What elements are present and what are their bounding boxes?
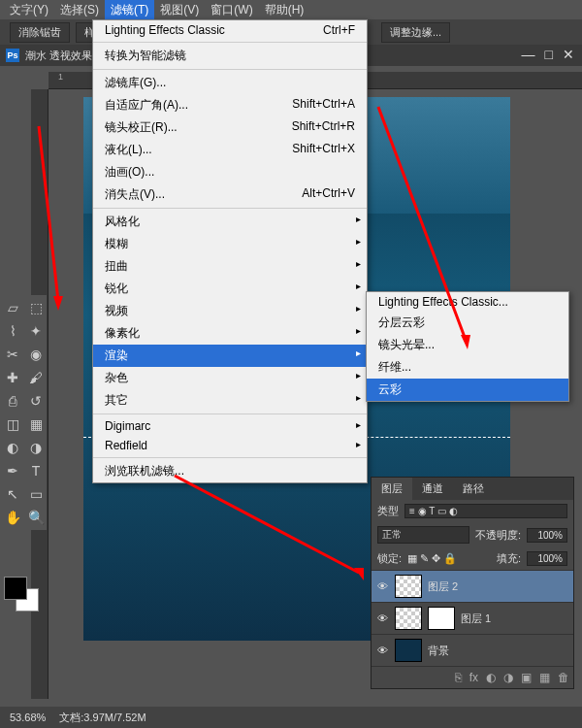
menu-select[interactable]: 选择(S) [54, 0, 105, 20]
adjustment-icon[interactable]: ◑ [503, 671, 513, 684]
fx-icon[interactable]: fx [469, 671, 478, 684]
close-button[interactable]: ✕ [563, 47, 574, 62]
render-submenu: Lighting Effects Classic...分层云彩镜头光晕...纤维… [366, 291, 569, 402]
layer-thumb[interactable] [395, 639, 422, 662]
layer-filter-select[interactable]: ≡ ◉ T ▭ ◐ [404, 504, 567, 518]
menu-item[interactable]: 浏览联机滤镜... [93, 460, 367, 482]
filter-menu-dropdown: Lighting Effects ClassicCtrl+F转换为智能滤镜滤镜库… [92, 19, 368, 483]
menu-item[interactable]: 转换为智能滤镜 [93, 45, 367, 67]
stamp-tool-icon[interactable]: ⎙ [2, 390, 23, 412]
lock-icons[interactable]: ▦ ✎ ✥ 🔒 [407, 552, 491, 565]
menu-item[interactable]: 滤镜库(G)... [93, 72, 367, 94]
healing-tool-icon[interactable]: ✚ [2, 367, 23, 388]
mask-thumb[interactable] [428, 607, 455, 630]
antialias-button[interactable]: 消除锯齿 [10, 22, 70, 43]
menu-item[interactable]: 扭曲 [93, 255, 367, 278]
type-tool-icon[interactable]: T [25, 460, 47, 481]
path-select-icon[interactable]: ↖ [2, 483, 23, 505]
crop-tool-icon[interactable]: ✂ [2, 344, 23, 365]
visibility-icon[interactable]: 👁 [375, 612, 389, 624]
ps-icon: Ps [6, 49, 19, 62]
marquee-tool-icon[interactable]: ⬚ [25, 297, 47, 318]
minimize-button[interactable]: — [522, 47, 535, 62]
svg-marker-1 [53, 296, 63, 311]
visibility-icon[interactable]: 👁 [375, 580, 389, 592]
group-icon[interactable]: ▣ [521, 671, 532, 684]
menu-view[interactable]: 视图(V) [154, 0, 205, 20]
layer-thumb[interactable] [395, 575, 422, 598]
new-layer-icon[interactable]: ▦ [539, 671, 550, 684]
menu-item[interactable]: Digimarc [93, 416, 367, 436]
layer-kind-label: 类型 [377, 504, 399, 518]
gradient-tool-icon[interactable]: ▦ [25, 414, 47, 435]
opacity-value[interactable]: 100% [527, 528, 567, 543]
brush-tool-icon[interactable]: 🖌 [25, 367, 47, 388]
blur-tool-icon[interactable]: ◐ [2, 437, 23, 458]
tab-channels[interactable]: 通道 [412, 478, 453, 500]
layer-row[interactable]: 👁图层 2 [372, 570, 573, 602]
menu-item[interactable]: 油画(O)... [93, 161, 367, 183]
lasso-tool-icon[interactable]: ⌇ [2, 320, 23, 342]
doc-size: 文档:3.97M/7.52M [59, 711, 146, 725]
tab-layers[interactable]: 图层 [372, 478, 412, 500]
menu-text[interactable]: 文字(Y) [4, 0, 54, 20]
tab-paths[interactable]: 路径 [453, 478, 494, 500]
fill-value[interactable]: 100% [527, 551, 567, 566]
menu-help[interactable]: 帮助(H) [259, 0, 310, 20]
menu-item[interactable]: 液化(L)...Shift+Ctrl+X [93, 139, 367, 161]
submenu-item[interactable]: 镜头光晕... [367, 334, 568, 356]
menu-item[interactable]: 像素化 [93, 322, 367, 345]
submenu-item[interactable]: 分层云彩 [367, 312, 568, 334]
menu-item[interactable]: Redfield [93, 436, 367, 455]
submenu-item[interactable]: Lighting Effects Classic... [367, 292, 568, 312]
eraser-tool-icon[interactable]: ◫ [2, 414, 23, 435]
eyedropper-tool-icon[interactable]: ◉ [25, 344, 47, 365]
menu-item[interactable]: 其它 [93, 389, 367, 412]
color-swatches[interactable] [4, 577, 41, 613]
layers-bottom-bar: ⎘ fx ◐ ◑ ▣ ▦ 🗑 [372, 666, 573, 688]
move-tool-icon[interactable]: ▱ [2, 297, 23, 318]
pen-tool-icon[interactable]: ✒ [2, 460, 23, 481]
menu-item[interactable]: 渲染 [93, 345, 367, 367]
refine-edge-button[interactable]: 调整边缘... [381, 22, 450, 43]
menu-window[interactable]: 窗口(W) [205, 0, 258, 20]
history-brush-icon[interactable]: ↺ [25, 390, 47, 412]
layer-name[interactable]: 背景 [428, 644, 449, 658]
dodge-tool-icon[interactable]: ◑ [25, 437, 47, 458]
window-controls: — □ ✕ [522, 47, 574, 62]
link-layers-icon[interactable]: ⎘ [455, 671, 462, 684]
maximize-button[interactable]: □ [545, 47, 553, 62]
menu-filter[interactable]: 滤镜(T) [105, 0, 154, 20]
menu-item[interactable]: 镜头校正(R)...Shift+Ctrl+R [93, 116, 367, 139]
menu-item[interactable]: Lighting Effects ClassicCtrl+F [93, 20, 367, 40]
layer-name[interactable]: 图层 1 [461, 612, 491, 626]
zoom-tool-icon[interactable]: 🔍 [25, 507, 47, 528]
status-bar: 53.68% 文档:3.97M/7.52M [0, 707, 582, 728]
menu-item[interactable]: 自适应广角(A)...Shift+Ctrl+A [93, 94, 367, 116]
hand-tool-icon[interactable]: ✋ [2, 507, 23, 528]
mask-icon[interactable]: ◐ [486, 671, 496, 684]
visibility-icon[interactable]: 👁 [375, 645, 389, 656]
layer-row[interactable]: 👁图层 1 [372, 602, 573, 634]
submenu-item[interactable]: 纤维... [367, 356, 568, 379]
layer-thumb[interactable] [395, 607, 422, 630]
lock-label: 锁定: [377, 551, 402, 566]
layer-row[interactable]: 👁背景 [372, 634, 573, 666]
zoom-level[interactable]: 53.68% [10, 711, 46, 723]
menu-item[interactable]: 杂色 [93, 367, 367, 389]
submenu-item[interactable]: 云彩 [367, 379, 568, 401]
foreground-swatch[interactable] [4, 577, 27, 600]
menu-item[interactable]: 视频 [93, 300, 367, 322]
menu-item[interactable]: 消失点(V)...Alt+Ctrl+V [93, 183, 367, 206]
trash-icon[interactable]: 🗑 [558, 671, 569, 684]
blend-mode-select[interactable]: 正常 [377, 526, 469, 544]
menu-item[interactable]: 模糊 [93, 233, 367, 255]
opacity-label: 不透明度: [475, 528, 521, 543]
menu-item[interactable]: 风格化 [93, 211, 367, 233]
panel-tabs: 图层 通道 路径 [372, 478, 573, 500]
wand-tool-icon[interactable]: ✦ [25, 320, 47, 342]
shape-tool-icon[interactable]: ▭ [25, 483, 47, 505]
layer-name[interactable]: 图层 2 [428, 579, 458, 594]
menu-item[interactable]: 锐化 [93, 278, 367, 300]
main-menubar[interactable]: 文字(Y) 选择(S) 滤镜(T) 视图(V) 窗口(W) 帮助(H) [0, 0, 582, 19]
